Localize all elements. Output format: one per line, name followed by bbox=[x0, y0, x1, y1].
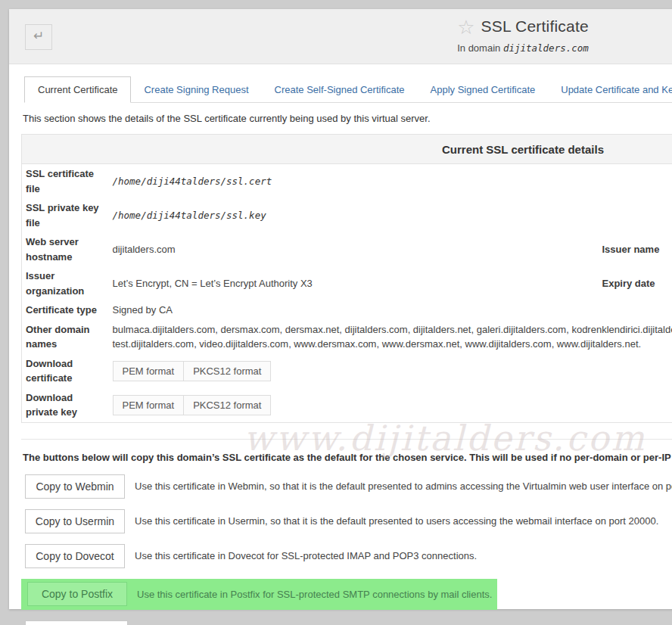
cert-type-label: Certificate type bbox=[22, 300, 107, 320]
tab-create-self-signed-certificate[interactable]: Create Self-Signed Certificate bbox=[262, 77, 418, 102]
copy-postfix-desc: Use this certificate in Postfix for SSL-… bbox=[137, 589, 492, 600]
table-row: Download certificate PEM formatPKCS12 fo… bbox=[22, 354, 672, 388]
copy-webmin-desc: Use this certificate in Webmin, so that … bbox=[135, 480, 672, 492]
cert-file-value: /home/diji44talders/ssl.cert bbox=[113, 176, 272, 187]
download-cert-pkcs12-button[interactable]: PKCS12 format bbox=[183, 361, 271, 381]
table-row: Download private key PEM formatPKCS12 fo… bbox=[22, 388, 672, 423]
copy-dovecot-row: Copy to Dovecot Use this certificate in … bbox=[25, 544, 672, 568]
copy-to-proftpd-button[interactable]: Copy to ProFTPD bbox=[25, 620, 128, 625]
copy-usermin-desc: Use this certificate in Usermin, so that… bbox=[135, 515, 658, 527]
key-file-label: SSL private key file bbox=[22, 198, 107, 232]
table-row: Issuer organization Let’s Encrypt, CN = … bbox=[22, 266, 672, 300]
tab-update-certificate-and-key[interactable]: Update Certificate and Key bbox=[548, 77, 672, 102]
tab-apply-signed-certificate[interactable]: Apply Signed Certificate bbox=[418, 77, 549, 102]
intro-text: This section shows the details of the SS… bbox=[23, 113, 672, 124]
copy-to-usermin-button[interactable]: Copy to Usermin bbox=[25, 509, 125, 533]
copy-rows: Copy to Webmin Use this certificate in W… bbox=[9, 474, 672, 625]
copy-proftpd-row: Copy to ProFTPD Use this certificate in … bbox=[25, 620, 672, 625]
page-header: ↵ ☆SSL Certificate In domain dijitalders… bbox=[9, 9, 672, 64]
download-cert-label: Download certificate bbox=[22, 354, 107, 388]
certificate-details-table: Current SSL certificate details SSL cert… bbox=[21, 134, 672, 423]
copy-dovecot-desc: Use this certificate in Dovecot for SSL-… bbox=[135, 550, 477, 561]
other-domains-line1: bulmaca.dijitalders.com, dersmax.com, de… bbox=[113, 322, 672, 337]
tab-current-certificate[interactable]: Current Certificate bbox=[24, 76, 131, 103]
copy-section-heading: The buttons below will copy this domain’… bbox=[23, 452, 672, 463]
download-key-label: Download private key bbox=[22, 388, 107, 423]
section-divider bbox=[21, 439, 672, 440]
other-domains-label: Other domain names bbox=[22, 320, 107, 354]
copy-usermin-row: Copy to Usermin Use this certificate in … bbox=[25, 509, 672, 533]
table-row: Web server hostname dijitalders.com Issu… bbox=[22, 232, 672, 266]
other-domains-value: bulmaca.dijitalders.com, dersmax.com, de… bbox=[107, 320, 672, 354]
cert-file-label: SSL certificate file bbox=[22, 164, 107, 199]
subtitle-prefix: In domain bbox=[457, 42, 500, 54]
hostname-label: Web server hostname bbox=[22, 232, 107, 266]
header-title-block: ☆SSL Certificate In domain dijitalders.c… bbox=[9, 16, 672, 54]
tab-bar: Current Certificate Create Signing Reque… bbox=[24, 77, 672, 103]
table-title: Current SSL certificate details bbox=[22, 135, 672, 164]
table-row: SSL private key file /home/diji44talders… bbox=[22, 198, 672, 232]
issuer-name-label: Issuer name bbox=[596, 232, 672, 266]
issuer-org-label: Issuer organization bbox=[22, 266, 107, 300]
key-file-value: /home/diji44talders/ssl.key bbox=[113, 210, 266, 221]
download-cert-pem-button[interactable]: PEM format bbox=[113, 361, 185, 381]
copy-to-dovecot-button[interactable]: Copy to Dovecot bbox=[25, 544, 125, 568]
download-key-pkcs12-button[interactable]: PKCS12 format bbox=[183, 395, 271, 415]
issuer-org-value: Let’s Encrypt, CN = Let’s Encrypt Author… bbox=[107, 266, 596, 300]
page-title: SSL Certificate bbox=[481, 17, 589, 35]
download-key-pem-button[interactable]: PEM format bbox=[113, 395, 185, 415]
domain-name: dijitalders.com bbox=[503, 42, 589, 54]
hostname-value: dijitalders.com bbox=[107, 232, 596, 266]
copy-to-webmin-button[interactable]: Copy to Webmin bbox=[25, 474, 125, 499]
content-card: ↵ ☆SSL Certificate In domain dijitalders… bbox=[9, 9, 672, 609]
tab-create-signing-request[interactable]: Create Signing Request bbox=[131, 77, 261, 102]
table-row: SSL certificate file /home/diji44talders… bbox=[22, 164, 672, 199]
other-domains-line2: test.dijitalders.com, video.dijitalders.… bbox=[113, 337, 672, 352]
copy-to-postfix-button[interactable]: Copy to Postfix bbox=[27, 582, 127, 606]
copy-webmin-row: Copy to Webmin Use this certificate in W… bbox=[25, 474, 672, 499]
cert-type-value: Signed by CA bbox=[107, 300, 596, 320]
page-subtitle: In domain dijitalders.com bbox=[9, 42, 672, 54]
copy-postfix-row-highlighted: Copy to Postfix Use this certificate in … bbox=[21, 579, 497, 610]
table-row: Other domain names bulmaca.dijitalders.c… bbox=[22, 320, 672, 354]
expiry-date-label: Expiry date bbox=[596, 266, 672, 300]
table-row: Certificate type Signed by CA bbox=[22, 300, 672, 320]
star-icon[interactable]: ☆ bbox=[457, 16, 474, 39]
